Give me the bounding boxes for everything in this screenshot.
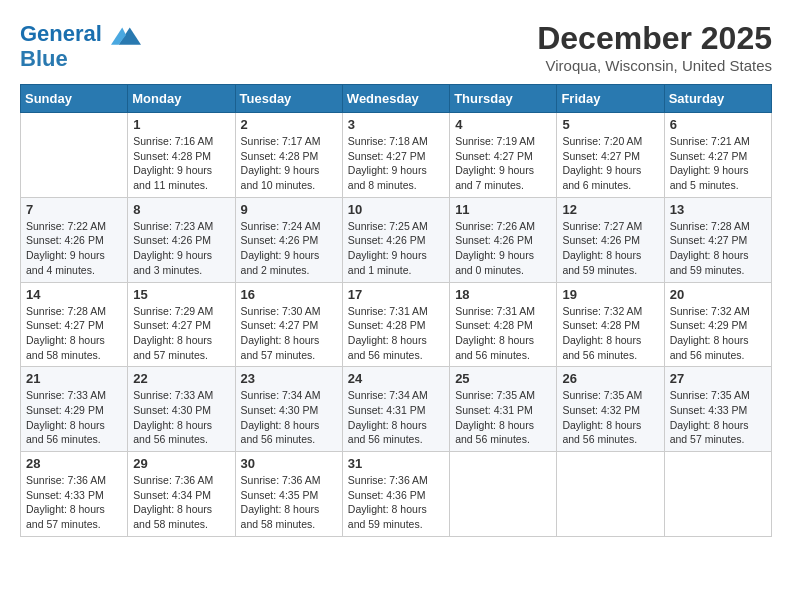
day-info: Sunrise: 7:32 AM Sunset: 4:29 PM Dayligh… bbox=[670, 304, 766, 363]
calendar-day-header: Saturday bbox=[664, 85, 771, 113]
day-number: 26 bbox=[562, 371, 658, 386]
calendar-cell: 1Sunrise: 7:16 AM Sunset: 4:28 PM Daylig… bbox=[128, 113, 235, 198]
day-info: Sunrise: 7:27 AM Sunset: 4:26 PM Dayligh… bbox=[562, 219, 658, 278]
day-info: Sunrise: 7:35 AM Sunset: 4:31 PM Dayligh… bbox=[455, 388, 551, 447]
calendar-cell: 9Sunrise: 7:24 AM Sunset: 4:26 PM Daylig… bbox=[235, 197, 342, 282]
month-title: December 2025 bbox=[537, 20, 772, 57]
calendar-cell: 26Sunrise: 7:35 AM Sunset: 4:32 PM Dayli… bbox=[557, 367, 664, 452]
day-info: Sunrise: 7:33 AM Sunset: 4:30 PM Dayligh… bbox=[133, 388, 229, 447]
day-number: 15 bbox=[133, 287, 229, 302]
day-info: Sunrise: 7:28 AM Sunset: 4:27 PM Dayligh… bbox=[670, 219, 766, 278]
calendar-cell: 18Sunrise: 7:31 AM Sunset: 4:28 PM Dayli… bbox=[450, 282, 557, 367]
calendar-cell: 23Sunrise: 7:34 AM Sunset: 4:30 PM Dayli… bbox=[235, 367, 342, 452]
day-info: Sunrise: 7:31 AM Sunset: 4:28 PM Dayligh… bbox=[455, 304, 551, 363]
day-info: Sunrise: 7:23 AM Sunset: 4:26 PM Dayligh… bbox=[133, 219, 229, 278]
calendar-day-header: Sunday bbox=[21, 85, 128, 113]
calendar-cell: 2Sunrise: 7:17 AM Sunset: 4:28 PM Daylig… bbox=[235, 113, 342, 198]
day-number: 19 bbox=[562, 287, 658, 302]
day-number: 5 bbox=[562, 117, 658, 132]
day-number: 4 bbox=[455, 117, 551, 132]
day-number: 1 bbox=[133, 117, 229, 132]
day-info: Sunrise: 7:36 AM Sunset: 4:33 PM Dayligh… bbox=[26, 473, 122, 532]
day-number: 27 bbox=[670, 371, 766, 386]
calendar-day-header: Monday bbox=[128, 85, 235, 113]
calendar-cell: 27Sunrise: 7:35 AM Sunset: 4:33 PM Dayli… bbox=[664, 367, 771, 452]
day-number: 16 bbox=[241, 287, 337, 302]
day-info: Sunrise: 7:36 AM Sunset: 4:35 PM Dayligh… bbox=[241, 473, 337, 532]
calendar-cell: 6Sunrise: 7:21 AM Sunset: 4:27 PM Daylig… bbox=[664, 113, 771, 198]
day-number: 2 bbox=[241, 117, 337, 132]
calendar-table: SundayMondayTuesdayWednesdayThursdayFrid… bbox=[20, 84, 772, 537]
day-info: Sunrise: 7:22 AM Sunset: 4:26 PM Dayligh… bbox=[26, 219, 122, 278]
calendar-day-header: Friday bbox=[557, 85, 664, 113]
calendar-cell: 30Sunrise: 7:36 AM Sunset: 4:35 PM Dayli… bbox=[235, 452, 342, 537]
day-info: Sunrise: 7:36 AM Sunset: 4:34 PM Dayligh… bbox=[133, 473, 229, 532]
calendar-cell: 4Sunrise: 7:19 AM Sunset: 4:27 PM Daylig… bbox=[450, 113, 557, 198]
day-info: Sunrise: 7:33 AM Sunset: 4:29 PM Dayligh… bbox=[26, 388, 122, 447]
day-number: 12 bbox=[562, 202, 658, 217]
calendar-cell: 28Sunrise: 7:36 AM Sunset: 4:33 PM Dayli… bbox=[21, 452, 128, 537]
day-info: Sunrise: 7:25 AM Sunset: 4:26 PM Dayligh… bbox=[348, 219, 444, 278]
logo: General Blue bbox=[20, 20, 141, 72]
calendar-cell: 11Sunrise: 7:26 AM Sunset: 4:26 PM Dayli… bbox=[450, 197, 557, 282]
page-header: General Blue December 2025 Viroqua, Wisc… bbox=[20, 20, 772, 74]
calendar-cell: 3Sunrise: 7:18 AM Sunset: 4:27 PM Daylig… bbox=[342, 113, 449, 198]
day-info: Sunrise: 7:34 AM Sunset: 4:30 PM Dayligh… bbox=[241, 388, 337, 447]
day-info: Sunrise: 7:29 AM Sunset: 4:27 PM Dayligh… bbox=[133, 304, 229, 363]
day-info: Sunrise: 7:21 AM Sunset: 4:27 PM Dayligh… bbox=[670, 134, 766, 193]
day-info: Sunrise: 7:31 AM Sunset: 4:28 PM Dayligh… bbox=[348, 304, 444, 363]
calendar-cell: 17Sunrise: 7:31 AM Sunset: 4:28 PM Dayli… bbox=[342, 282, 449, 367]
day-info: Sunrise: 7:24 AM Sunset: 4:26 PM Dayligh… bbox=[241, 219, 337, 278]
calendar-cell: 8Sunrise: 7:23 AM Sunset: 4:26 PM Daylig… bbox=[128, 197, 235, 282]
calendar-cell: 24Sunrise: 7:34 AM Sunset: 4:31 PM Dayli… bbox=[342, 367, 449, 452]
calendar-cell: 12Sunrise: 7:27 AM Sunset: 4:26 PM Dayli… bbox=[557, 197, 664, 282]
day-info: Sunrise: 7:32 AM Sunset: 4:28 PM Dayligh… bbox=[562, 304, 658, 363]
calendar-cell: 29Sunrise: 7:36 AM Sunset: 4:34 PM Dayli… bbox=[128, 452, 235, 537]
calendar-week-row: 28Sunrise: 7:36 AM Sunset: 4:33 PM Dayli… bbox=[21, 452, 772, 537]
calendar-cell bbox=[450, 452, 557, 537]
calendar-cell bbox=[664, 452, 771, 537]
day-number: 7 bbox=[26, 202, 122, 217]
day-info: Sunrise: 7:16 AM Sunset: 4:28 PM Dayligh… bbox=[133, 134, 229, 193]
day-info: Sunrise: 7:35 AM Sunset: 4:33 PM Dayligh… bbox=[670, 388, 766, 447]
day-info: Sunrise: 7:18 AM Sunset: 4:27 PM Dayligh… bbox=[348, 134, 444, 193]
day-number: 17 bbox=[348, 287, 444, 302]
calendar-cell bbox=[557, 452, 664, 537]
calendar-week-row: 21Sunrise: 7:33 AM Sunset: 4:29 PM Dayli… bbox=[21, 367, 772, 452]
day-number: 9 bbox=[241, 202, 337, 217]
day-number: 14 bbox=[26, 287, 122, 302]
day-number: 8 bbox=[133, 202, 229, 217]
title-section: December 2025 Viroqua, Wisconsin, United… bbox=[537, 20, 772, 74]
day-number: 20 bbox=[670, 287, 766, 302]
day-info: Sunrise: 7:35 AM Sunset: 4:32 PM Dayligh… bbox=[562, 388, 658, 447]
calendar-cell: 5Sunrise: 7:20 AM Sunset: 4:27 PM Daylig… bbox=[557, 113, 664, 198]
calendar-cell: 19Sunrise: 7:32 AM Sunset: 4:28 PM Dayli… bbox=[557, 282, 664, 367]
calendar-day-header: Wednesday bbox=[342, 85, 449, 113]
day-number: 29 bbox=[133, 456, 229, 471]
day-info: Sunrise: 7:36 AM Sunset: 4:36 PM Dayligh… bbox=[348, 473, 444, 532]
calendar-cell: 10Sunrise: 7:25 AM Sunset: 4:26 PM Dayli… bbox=[342, 197, 449, 282]
calendar-cell: 21Sunrise: 7:33 AM Sunset: 4:29 PM Dayli… bbox=[21, 367, 128, 452]
day-info: Sunrise: 7:30 AM Sunset: 4:27 PM Dayligh… bbox=[241, 304, 337, 363]
calendar-cell: 15Sunrise: 7:29 AM Sunset: 4:27 PM Dayli… bbox=[128, 282, 235, 367]
day-number: 30 bbox=[241, 456, 337, 471]
day-number: 10 bbox=[348, 202, 444, 217]
calendar-cell: 31Sunrise: 7:36 AM Sunset: 4:36 PM Dayli… bbox=[342, 452, 449, 537]
day-number: 28 bbox=[26, 456, 122, 471]
day-number: 13 bbox=[670, 202, 766, 217]
calendar-day-header: Thursday bbox=[450, 85, 557, 113]
location: Viroqua, Wisconsin, United States bbox=[537, 57, 772, 74]
day-info: Sunrise: 7:34 AM Sunset: 4:31 PM Dayligh… bbox=[348, 388, 444, 447]
calendar-cell: 14Sunrise: 7:28 AM Sunset: 4:27 PM Dayli… bbox=[21, 282, 128, 367]
calendar-cell: 7Sunrise: 7:22 AM Sunset: 4:26 PM Daylig… bbox=[21, 197, 128, 282]
calendar-week-row: 14Sunrise: 7:28 AM Sunset: 4:27 PM Dayli… bbox=[21, 282, 772, 367]
calendar-cell bbox=[21, 113, 128, 198]
calendar-cell: 16Sunrise: 7:30 AM Sunset: 4:27 PM Dayli… bbox=[235, 282, 342, 367]
day-number: 6 bbox=[670, 117, 766, 132]
day-number: 22 bbox=[133, 371, 229, 386]
day-number: 23 bbox=[241, 371, 337, 386]
day-info: Sunrise: 7:20 AM Sunset: 4:27 PM Dayligh… bbox=[562, 134, 658, 193]
calendar-day-header: Tuesday bbox=[235, 85, 342, 113]
calendar-cell: 25Sunrise: 7:35 AM Sunset: 4:31 PM Dayli… bbox=[450, 367, 557, 452]
day-number: 25 bbox=[455, 371, 551, 386]
